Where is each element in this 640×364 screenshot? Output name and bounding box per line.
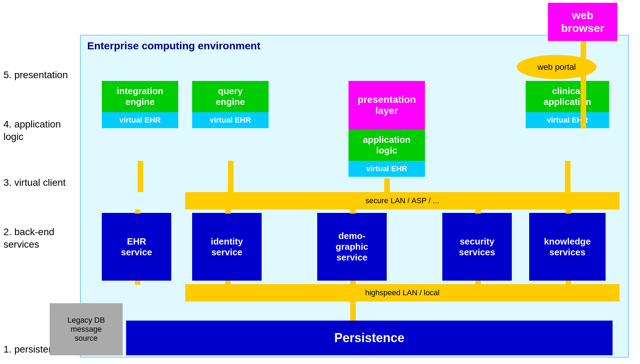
web-browser-label: webbrowser <box>561 9 604 35</box>
highspeed-lan-text: highspeed LAN / local <box>365 288 440 297</box>
conn-portal-to-clinical <box>581 71 586 129</box>
diagram-container: 5. presentation 4. application logic 3. … <box>0 0 640 364</box>
conn-knowledge-from-lan <box>566 209 571 214</box>
conn-browser-to-portal <box>581 41 586 59</box>
web-browser-box: webbrowser <box>548 3 617 41</box>
conn-security-from-lan <box>475 209 481 214</box>
demographic-service-block: demo-graphicservice <box>317 213 387 281</box>
security-services-block: securityservices <box>442 213 512 281</box>
app-block-clinical: clinicalapplication virtual EHR <box>526 81 609 128</box>
demographic-service-label: demo-graphicservice <box>336 231 368 263</box>
app-block-integration: integrationengine virtual EHR <box>102 81 178 128</box>
persistence-label: Persistence <box>334 331 404 345</box>
clinical-app-bottom: virtual EHR <box>526 112 609 128</box>
persistence-bar: Persistence <box>126 321 613 355</box>
highspeed-lan-bar: highspeed LAN / local <box>185 284 620 301</box>
presentation-layer-box: presentationlayer <box>348 81 425 130</box>
connector-applogic-down <box>384 178 390 192</box>
identity-service-label: identityservice <box>211 236 243 258</box>
knowledge-services-label: knowledgeservices <box>544 236 591 258</box>
ehr-service-block: EHRservice <box>102 213 171 281</box>
query-engine-top: queryengine <box>192 81 269 112</box>
clinical-app-top: clinicalapplication <box>526 81 609 112</box>
conn-demo-to-lan <box>350 281 356 285</box>
layer5-label: 5. presentation <box>3 69 68 81</box>
integration-engine-bottom: virtual EHR <box>102 112 178 128</box>
secure-lan-bar: secure LAN / ASP / ... <box>185 192 620 209</box>
query-engine-bottom: virtual EHR <box>192 112 269 128</box>
app-block-applogic: applicationlogic virtual EHR <box>348 130 425 177</box>
connector-query-down <box>228 161 233 192</box>
conn-identity-from-lan <box>225 209 231 214</box>
legacy-db-box: Legacy DBmessagesource <box>50 303 123 355</box>
ehr-service-label: EHRservice <box>121 236 152 258</box>
enterprise-box: Enterprise computing environment web por… <box>80 35 629 358</box>
secure-lan-text: secure LAN / ASP / ... <box>366 196 439 205</box>
conn-lan-to-persistence <box>350 301 356 322</box>
enterprise-title: Enterprise computing environment <box>87 40 260 52</box>
app-block-query: queryengine virtual EHR <box>192 81 269 128</box>
security-services-label: securityservices <box>459 236 495 258</box>
identity-service-block: identityservice <box>192 213 262 281</box>
conn-demo-from-lan <box>350 209 356 214</box>
app-logic-top: applicationlogic <box>348 130 425 161</box>
conn-ehr-from-lan <box>135 209 140 214</box>
layer3-label: 3. virtual client <box>3 177 66 188</box>
layer4-label: 4. application logic <box>3 118 80 143</box>
conn-knowledge-to-lan <box>566 281 571 285</box>
legacy-db-label: Legacy DBmessagesource <box>67 316 105 343</box>
layer2-label: 2. back-endservices <box>3 226 54 251</box>
knowledge-services-block: knowledgeservices <box>529 213 606 281</box>
conn-identity-to-lan <box>225 281 231 285</box>
app-logic-bottom: virtual EHR <box>348 161 425 177</box>
conn-security-to-lan <box>475 281 481 285</box>
integration-engine-top: integrationengine <box>102 81 178 112</box>
conn-ehr-to-lan <box>135 281 140 285</box>
connector-integration-down <box>138 161 143 192</box>
connector-clinical-down <box>565 161 571 192</box>
